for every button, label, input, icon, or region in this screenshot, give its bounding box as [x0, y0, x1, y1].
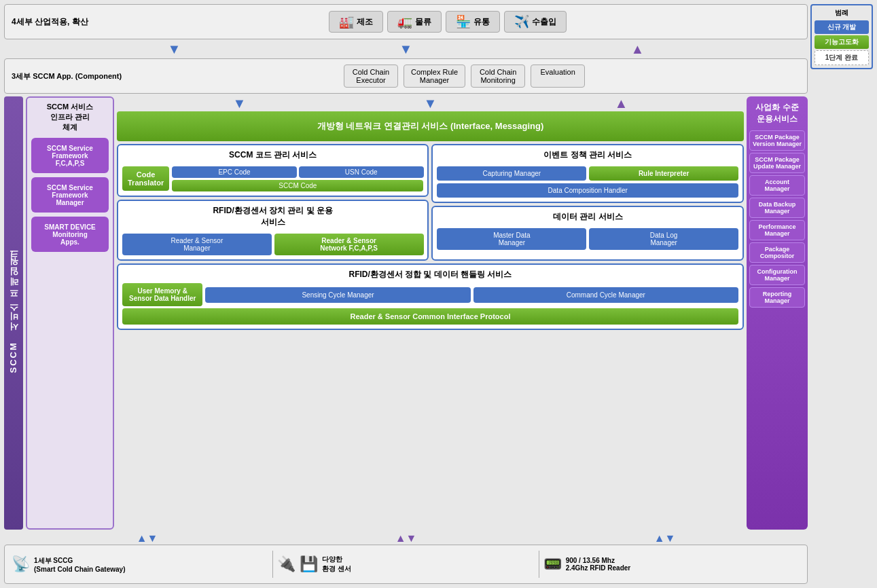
sensor-label: 다양한환경 센서: [322, 555, 351, 574]
arrow-down-icon: ▼: [424, 96, 437, 109]
app-boxes: Cold ChainExecutor Complex RuleManager C…: [128, 65, 800, 88]
account-manager-box: AccountManager: [749, 175, 805, 196]
divider: [539, 551, 539, 578]
vertical-framework-label: SCCM 서비스 프레임워크: [4, 96, 23, 530]
industry-item: 🏪유통: [446, 11, 500, 33]
arrow-down-icon: ▼: [399, 42, 413, 56]
common-interface-bar: Reader & Sensor Common Interface Protoco…: [122, 308, 738, 325]
row3-label: 3세부 SCCM App. (Component): [12, 71, 122, 81]
arrow-up-icon: ▲: [631, 42, 645, 56]
reader-sensor-network-box: Reader & SensorNetwork F,C,A,P,S: [274, 234, 424, 255]
mid-left: SCCM 코드 관리 서비스 CodeTranslator EPC Code U…: [117, 144, 429, 261]
user-memory-box: User Memory &Sensor Data Handler: [122, 283, 202, 306]
right-service-panel: 사업화 수준운용서비스 SCCM PackageVersion Manager …: [747, 96, 808, 530]
arrows-down-2: ▼ ▼ ▲: [117, 96, 744, 109]
wifi-router-icon: 📡: [12, 555, 30, 573]
infra-panel: SCCM 서비스인프라 관리체계 SCCM ServiceFrameworkF,…: [26, 96, 114, 530]
event-content: Capturing Manager Rule Interpreter Data …: [437, 166, 738, 198]
data-management-panel: 데이터 관리 서비스 Master DataManager Data LogMa…: [431, 206, 743, 261]
cold-chain-executor-box: Cold ChainExecutor: [344, 65, 398, 88]
data-mgmt-content: Master DataManager Data LogManager: [437, 228, 738, 250]
capturing-manager-box: Capturing Manager: [437, 166, 586, 181]
integration-row: User Memory &Sensor Data Handler Sensing…: [122, 283, 738, 306]
industry-item: 🏭제조: [329, 11, 383, 33]
plane-icon: ✈️: [514, 14, 529, 29]
integration-content: User Memory &Sensor Data Handler Sensing…: [122, 283, 738, 325]
arrow-down-icon: ▼: [168, 42, 181, 56]
code-service-panel: SCCM 코드 관리 서비스 CodeTranslator EPC Code U…: [117, 144, 429, 197]
code-service-title: SCCM 코드 관리 서비스: [122, 149, 423, 161]
code-right: EPC Code USN Code SCCM Code: [172, 166, 423, 191]
configuration-manager-box: ConfigurationManager: [749, 265, 805, 285]
sccm-service-framework-manager-box: SCCM ServiceFrameworkManager: [31, 177, 109, 213]
reader-sensor-manager-box: Reader & SensorManager: [122, 234, 272, 255]
performance-manager-box: PerformanceManager: [749, 220, 805, 240]
network-bar: 개방형 네트워크 연결관리 서비스 (Interface, Messaging): [117, 111, 744, 141]
rfid-label: 900 / 13.56 Mhz2.4Ghz RFID Reader: [566, 557, 631, 572]
data-management-title: 데이터 관리 서비스: [437, 211, 738, 223]
arrow-down-icon: ▲▼: [654, 532, 676, 542]
cold-chain-monitoring-box: Cold ChainMonitoring: [471, 65, 525, 88]
rfid-content: Reader & SensorManager Reader & SensorNe…: [122, 234, 423, 255]
bottom-row: 📡 1세부 SCCG(Smart Cold Chain Gateway) 🔌 💾…: [4, 545, 808, 584]
data-backup-manager-box: Data BackupManager: [749, 198, 805, 218]
sccm-code-box: SCCM Code: [172, 180, 423, 191]
usb-icon: 🔌: [277, 555, 296, 573]
master-data-manager-box: Master DataManager: [437, 228, 586, 250]
main-area: SCCM 서비스 프레임워크 SCCM 서비스인프라 관리체계 SCCM Ser…: [4, 96, 808, 530]
code-service-content: CodeTranslator EPC Code USN Code SCCM Co…: [122, 166, 423, 191]
rfid-item: 📟 900 / 13.56 Mhz2.4Ghz RFID Reader: [543, 555, 800, 573]
legend-new-item: 신규 개발: [815, 20, 869, 34]
code-translator-box: CodeTranslator: [122, 166, 169, 191]
evaluation-box: Evaluation: [531, 65, 585, 88]
rfid-reader-icon: 📟: [543, 555, 562, 573]
gateway-item: 📡 1세부 SCCG(Smart Cold Chain Gateway): [12, 555, 268, 573]
row-4sebu: 4세부 산업적용, 확산 🏭제조 🚛물류 🏪유통 ✈️수출입: [4, 4, 808, 39]
center-content: ▼ ▼ ▲ 개방형 네트워크 연결관리 서비스 (Interface, Mess…: [117, 96, 744, 530]
mid-right: 이벤트 정책 관리 서비스 Capturing Manager Rule Int…: [431, 144, 743, 261]
arrows-down-1: ▼ ▼ ▲: [4, 42, 808, 56]
arrow-updown-icon: ▲▼: [395, 532, 417, 542]
rfid-device-title: RFID/환경센서 장치 관리 및 운용서비스: [122, 205, 423, 228]
truck-icon: 🚛: [397, 14, 412, 29]
event-top-row: Capturing Manager Rule Interpreter: [437, 166, 738, 181]
right-legend: 범례 신규 개발 기능고도화 1단계 완료: [810, 4, 873, 584]
complex-rule-manager-box: Complex RuleManager: [404, 65, 465, 88]
data-log-manager-box: Data LogManager: [589, 228, 738, 250]
middle-services: SCCM 코드 관리 서비스 CodeTranslator EPC Code U…: [117, 144, 744, 261]
legend-title: 범례: [815, 8, 869, 18]
smart-device-monitoring-box: SMART DEVICEMonitoringApps.: [31, 217, 109, 252]
industry-item: ✈️수출입: [504, 11, 567, 33]
legend-complete-item: 1단계 완료: [815, 50, 869, 65]
arrow-down-icon: ▼: [233, 96, 247, 109]
command-cycle-manager-box: Command Cycle Manager: [473, 287, 738, 303]
data-composition-handler-box: Data Composition Handler: [437, 183, 738, 198]
gateway-label: 1세부 SCCG(Smart Cold Chain Gateway): [34, 556, 125, 573]
integration-title: RFID/환경센서 정합 및 데이터 핸들링 서비스: [122, 269, 738, 280]
store-icon: 🏪: [456, 14, 471, 29]
divider: [272, 551, 273, 578]
event-policy-panel: 이벤트 정책 관리 서비스 Capturing Manager Rule Int…: [431, 144, 743, 203]
arrow-down-icon: ▲▼: [137, 532, 158, 542]
rule-interpreter-box: Rule Interpreter: [589, 166, 738, 181]
sccm-package-version-manager-box: SCCM PackageVersion Manager: [749, 130, 805, 151]
right-service-title: 사업화 수준운용서비스: [753, 99, 801, 128]
event-policy-title: 이벤트 정책 관리 서비스: [437, 149, 738, 161]
right-service-boxes: SCCM PackageVersion Manager SCCM Package…: [749, 130, 805, 308]
package-compositor-box: PackageCompositor: [749, 242, 805, 263]
sensor-item: 🔌 💾 다양한환경 센서: [277, 555, 534, 574]
epc-code-box: EPC Code: [172, 166, 297, 178]
industry-item: 🚛물류: [387, 11, 442, 33]
sccm-service-framework-box: SCCM ServiceFrameworkF,C,A,P,S: [31, 138, 109, 173]
legend-enhance-item: 기능고도화: [815, 35, 869, 49]
arrow-up-icon: ▲: [615, 96, 628, 109]
row4-label: 4세부 산업적용, 확산: [12, 16, 88, 28]
sensing-cycle-manager-box: Sensing Cycle Manager: [205, 287, 470, 303]
code-top: EPC Code USN Code: [172, 166, 423, 178]
row-3sebu: 3세부 SCCM App. (Component) Cold ChainExec…: [4, 58, 808, 94]
sccm-package-update-manager-box: SCCM PackageUpdate Manager: [749, 153, 805, 173]
infra-title: SCCM 서비스인프라 관리체계: [31, 102, 109, 132]
rfid-device-panel: RFID/환경센서 장치 관리 및 운용서비스 Reader & SensorM…: [117, 200, 429, 261]
legend-box: 범례 신규 개발 기능고도화 1단계 완료: [810, 4, 873, 69]
industry-boxes: 🏭제조 🚛물류 🏪유통 ✈️수출입: [95, 11, 800, 33]
